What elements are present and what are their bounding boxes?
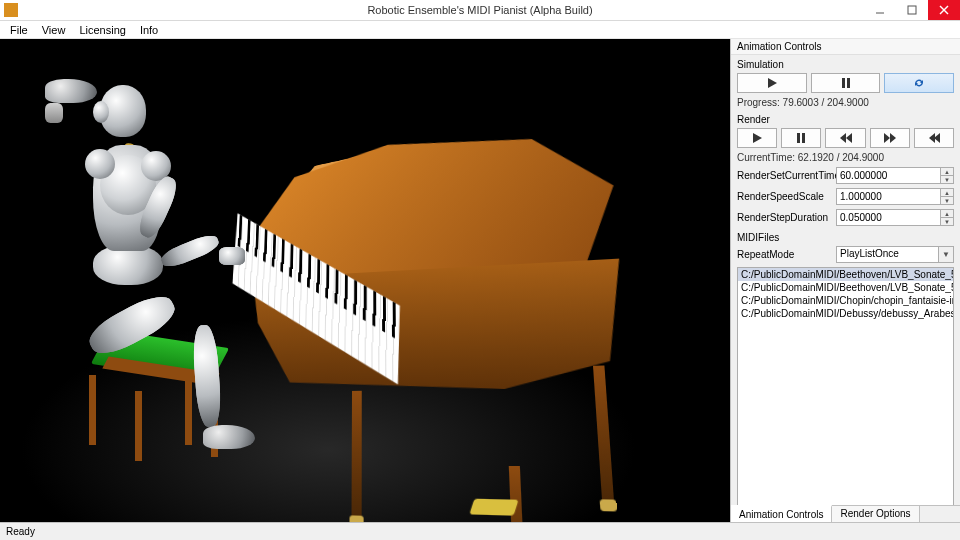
menu-licensing[interactable]: Licensing [73, 23, 131, 37]
svg-rect-8 [797, 133, 800, 143]
svg-marker-12 [884, 133, 890, 143]
pause-icon [840, 77, 852, 89]
svg-rect-1 [908, 6, 916, 14]
midi-list-item[interactable]: C:/PublicDomainMIDI/Beethoven/LVB_Sonate… [738, 281, 953, 294]
robot-pianist [45, 79, 255, 459]
minimize-button[interactable] [864, 0, 896, 20]
spin-up[interactable]: ▲ [940, 168, 953, 176]
menu-file[interactable]: File [4, 23, 34, 37]
render-set-current-time-input[interactable] [836, 167, 954, 184]
side-tabs: Animation Controls Render Options [731, 505, 960, 522]
sim-pause-button[interactable] [811, 73, 881, 93]
main-row: Animation Controls Simulation Progress: … [0, 39, 960, 522]
render-step-duration-input[interactable] [836, 209, 954, 226]
render-pause-button[interactable] [781, 128, 821, 148]
spin-down[interactable]: ▼ [940, 218, 953, 225]
spin-up[interactable]: ▲ [940, 210, 953, 218]
window-buttons [864, 0, 960, 20]
window-title: Robotic Ensemble's MIDI Pianist (Alpha B… [0, 4, 960, 16]
sim-play-button[interactable] [737, 73, 807, 93]
skip-fwd-icon [883, 132, 897, 144]
tab-animation-controls[interactable]: Animation Controls [731, 505, 832, 522]
repeat-mode-label: RepeatMode [737, 249, 832, 260]
menu-info[interactable]: Info [134, 23, 164, 37]
scene [0, 39, 730, 522]
maximize-button[interactable] [896, 0, 928, 20]
midi-list-item[interactable]: C:/PublicDomainMIDI/Beethoven/LVB_Sonate… [738, 268, 953, 281]
spin-up[interactable]: ▲ [940, 189, 953, 197]
piano [220, 118, 659, 456]
repeat-mode-value: PlayListOnce [836, 246, 954, 263]
titlebar: Robotic Ensemble's MIDI Pianist (Alpha B… [0, 0, 960, 21]
play-icon [766, 77, 778, 89]
spin-down[interactable]: ▼ [940, 197, 953, 204]
close-button[interactable] [928, 0, 960, 20]
midi-list-item[interactable]: C:/PublicDomainMIDI/Debussy/debussy_Arab… [738, 307, 953, 320]
render-skip-fwd-button[interactable] [870, 128, 910, 148]
svg-rect-6 [847, 78, 850, 88]
sim-sync-button[interactable] [884, 73, 954, 93]
close-icon [939, 5, 949, 15]
svg-marker-13 [890, 133, 896, 143]
menubar: File View Licensing Info [0, 21, 960, 39]
statusbar: Ready [0, 522, 960, 540]
simulation-group: Simulation Progress: 79.6003 / 204.9000 [737, 59, 954, 108]
render-step-duration-label: RenderStepDuration [737, 212, 832, 223]
midi-file-list[interactable]: C:/PublicDomainMIDI/Beethoven/LVB_Sonate… [737, 267, 954, 505]
menu-view[interactable]: View [36, 23, 72, 37]
sync-icon [912, 77, 926, 89]
svg-rect-9 [802, 133, 805, 143]
tab-render-options[interactable]: Render Options [832, 506, 919, 522]
render-set-current-time-label: RenderSetCurrentTime [737, 170, 832, 181]
side-panel: Animation Controls Simulation Progress: … [730, 39, 960, 522]
viewport-3d[interactable] [0, 39, 730, 522]
piano-pedals [469, 499, 518, 516]
simulation-title: Simulation [737, 59, 954, 70]
repeat-mode-select[interactable]: PlayListOnce ▼ [836, 246, 954, 263]
pause-icon [795, 132, 807, 144]
render-group: Render CurrentTime: 62.1920 / 204.9000 R… [737, 114, 954, 226]
spin-down[interactable]: ▼ [940, 176, 953, 183]
svg-marker-7 [753, 133, 762, 143]
svg-marker-10 [840, 133, 846, 143]
maximize-icon [907, 5, 917, 15]
play-icon [751, 132, 763, 144]
svg-marker-11 [846, 133, 852, 143]
midi-list-item[interactable]: C:/PublicDomainMIDI/Chopin/chopin_fantai… [738, 294, 953, 307]
render-skip-back-button[interactable] [825, 128, 865, 148]
sim-progress-text: Progress: 79.6003 / 204.9000 [737, 97, 954, 108]
minimize-icon [875, 5, 885, 15]
skip-back-icon [839, 132, 853, 144]
step-back-icon [927, 132, 941, 144]
panel-body: Simulation Progress: 79.6003 / 204.9000 [731, 55, 960, 505]
app-icon [4, 3, 18, 17]
panel-header: Animation Controls [731, 39, 960, 55]
render-title: Render [737, 114, 954, 125]
midifiles-title: MIDIFiles [737, 232, 954, 243]
render-step-back-button[interactable] [914, 128, 954, 148]
chevron-down-icon: ▼ [938, 247, 953, 262]
svg-rect-5 [842, 78, 845, 88]
svg-marker-4 [768, 78, 777, 88]
render-speed-scale-label: RenderSpeedScale [737, 191, 832, 202]
render-current-time: CurrentTime: 62.1920 / 204.9000 [737, 152, 954, 163]
render-speed-scale-input[interactable] [836, 188, 954, 205]
render-play-button[interactable] [737, 128, 777, 148]
status-text: Ready [6, 526, 35, 537]
midifiles-group: MIDIFiles RepeatMode PlayListOnce ▼ C:/P… [737, 232, 954, 505]
